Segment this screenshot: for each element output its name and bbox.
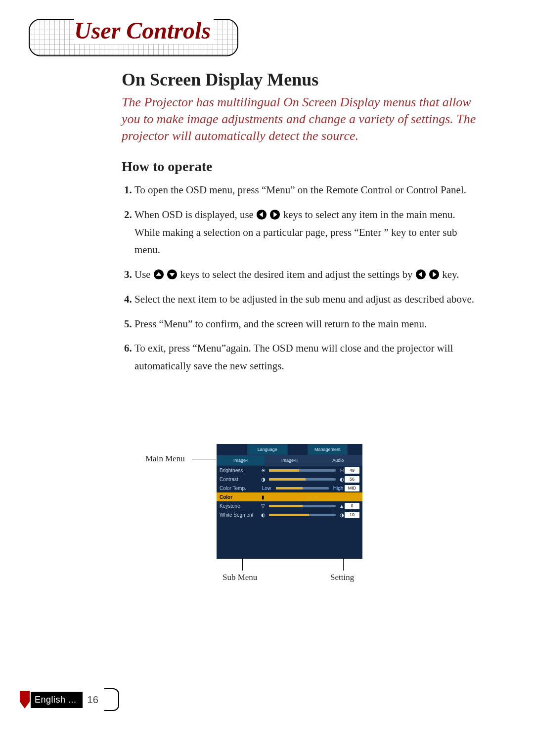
brightness-high-icon: ☉: [339, 468, 345, 473]
osd-screenshot: Language Management Image-I Image-II Aud…: [217, 444, 362, 559]
step-2: When OSD is displayed, use keys to selec…: [134, 206, 478, 259]
step-3: Use keys to select the desired item and …: [134, 266, 478, 284]
osd-value: 10: [345, 512, 359, 518]
osd-tab: Language: [247, 444, 288, 455]
osd-value: 49: [345, 467, 359, 474]
keystone-down-icon: ▽: [260, 503, 266, 509]
step-1: To open the OSD menu, press “Menu” on th…: [134, 181, 478, 199]
osd-row-name: Color Temp.: [220, 486, 260, 491]
page-footer: English ... 16: [20, 691, 119, 709]
step-6: To exit, press “Menu”again. The OSD menu…: [134, 340, 478, 375]
contrast-icon: ◑: [260, 477, 266, 482]
osd-row-name: Brightness: [220, 468, 260, 473]
segment-low-icon: ◐: [260, 512, 266, 518]
osd-slider: [269, 478, 336, 481]
osd-row-name: White Segment: [220, 512, 260, 518]
step-3-text-a: Use: [134, 268, 153, 280]
osd-row: Keystone ▽ ▲ 0: [217, 501, 362, 510]
osd-row-name: Contrast: [220, 477, 260, 482]
osd-slider: [269, 505, 336, 507]
palette-icon: ▮: [260, 494, 266, 500]
osd-slider: [276, 487, 329, 489]
up-arrow-icon: [153, 269, 164, 280]
osd-tab: Image-II: [265, 455, 313, 466]
instruction-list: To open the OSD menu, press “Menu” on th…: [122, 181, 478, 375]
section-banner-title: User Controls: [74, 17, 214, 44]
left-arrow-icon: [256, 209, 267, 220]
osd-row: Contrast ◑ ◐ 56: [217, 475, 362, 484]
osd-slider: [269, 514, 336, 516]
footer-bracket-icon: [104, 688, 119, 711]
osd-row-name: Color: [220, 494, 260, 500]
osd-row: Color Temp. Low High MID: [217, 484, 362, 492]
osd-value: 56: [345, 476, 359, 483]
page-content: On Screen Display Menus The Projector ha…: [122, 69, 478, 382]
osd-tab-selected: Image-I: [217, 455, 265, 466]
low-label: Low: [260, 486, 273, 491]
footer-arrow-icon: [20, 691, 30, 709]
osd-tab: Management: [308, 444, 348, 455]
leader-main-menu: [192, 459, 216, 459]
right-arrow-icon: [269, 209, 280, 220]
brightness-icon: ☀: [260, 468, 266, 473]
page-heading: On Screen Display Menus: [122, 69, 478, 90]
left-arrow-icon: [415, 269, 426, 280]
label-main-menu: Main Menu: [145, 454, 185, 464]
step-5: Press “Menu” to confirm, and the screen …: [134, 315, 478, 333]
footer-page-number: 16: [88, 694, 98, 706]
right-arrow-icon: [429, 269, 440, 280]
osd-mid-tabs: Image-I Image-II Audio: [217, 455, 362, 466]
step-4: Select the next item to be adjusted in t…: [134, 291, 478, 309]
intro-paragraph: The Projector has multilingual On Screen…: [122, 94, 478, 144]
subheading: How to operate: [122, 159, 478, 175]
step-2-text-a: When OSD is displayed, use: [134, 209, 256, 221]
label-setting: Setting: [330, 573, 354, 582]
osd-slider: [269, 469, 336, 472]
keystone-up-icon: ▲: [339, 503, 345, 509]
osd-top-tabs: Language Management: [217, 444, 362, 455]
footer-language: English ...: [31, 692, 83, 708]
osd-row-selected: Color ▮ ⇦ ⇨: [217, 492, 362, 501]
step-3-text-c: key.: [442, 268, 459, 280]
contrast-high-icon: ◐: [339, 477, 345, 482]
segment-high-icon: ◑: [339, 512, 345, 518]
osd-row: White Segment ◐ ◑ 10: [217, 510, 362, 519]
down-arrow-icon: [167, 269, 178, 280]
osd-value: 0: [345, 503, 359, 509]
step-3-text-b: keys to select the desired item and adju…: [180, 268, 415, 280]
svg-marker-12: [20, 691, 30, 709]
osd-tab: Audio: [314, 455, 362, 466]
left-right-icon: ⇦ ⇨: [308, 494, 318, 500]
osd-value: MID: [345, 485, 359, 491]
high-label: High: [332, 486, 345, 491]
label-sub-menu: Sub Menu: [222, 573, 257, 582]
osd-row-name: Keystone: [220, 503, 260, 509]
osd-row: Brightness ☀ ☉ 49: [217, 466, 362, 475]
